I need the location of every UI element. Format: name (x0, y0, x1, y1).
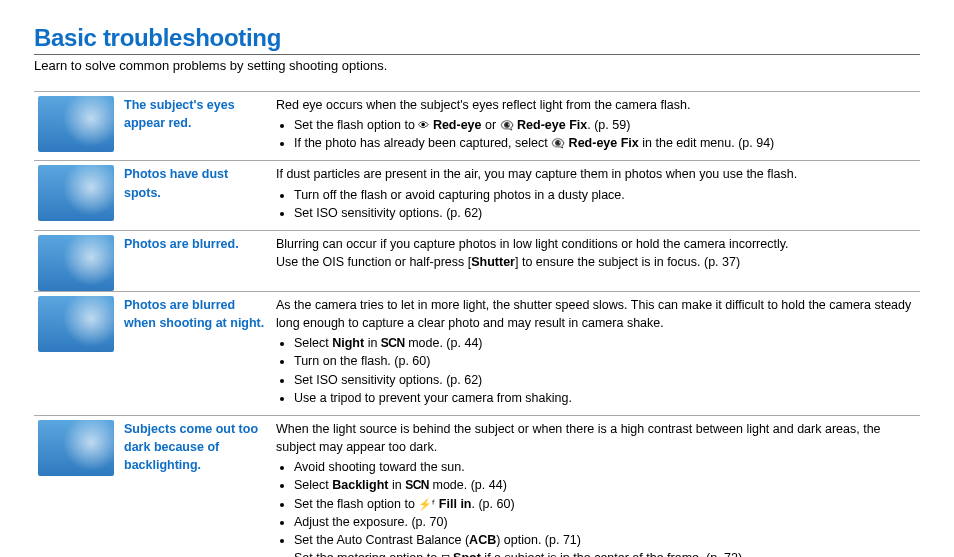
topic-description: If dust particles are present in the air… (274, 161, 920, 230)
topic-label: Photos are blurred. (122, 230, 274, 291)
title-divider (34, 54, 920, 55)
list-item: Select Night in SCN mode. (p. 44) (294, 334, 918, 352)
intro-text: Learn to solve common problems by settin… (34, 58, 920, 73)
list-item: Adjust the exposure. (p. 70) (294, 513, 918, 531)
list-item: Use a tripod to prevent your camera from… (294, 389, 918, 407)
backlight-subject-icon (38, 420, 114, 476)
list-item: Set ISO sensitivity options. (p. 62) (294, 204, 918, 222)
spot-metering-icon: ⊡ (441, 552, 450, 557)
table-row: Photos have dust spots. If dust particle… (34, 161, 920, 230)
flash-icon: ⚡ᶠ (418, 498, 435, 510)
lead-text: As the camera tries to let in more light… (276, 296, 918, 332)
list-item: Set the flash option to ⚡ᶠ Fill in. (p. … (294, 495, 918, 513)
lead-text: Red eye occurs when the subject's eyes r… (276, 96, 918, 114)
topic-label: Subjects come out too dark because of ba… (122, 415, 274, 557)
blurred-person-icon (38, 235, 114, 291)
topic-description: When the light source is behind the subj… (274, 415, 920, 557)
lead-text: If dust particles are present in the air… (276, 165, 918, 183)
table-row: Photos are blurred when shooting at nigh… (34, 291, 920, 415)
troubleshooting-table: The subject's eyes appear red. Red eye o… (34, 91, 920, 557)
redeye-fix-icon: 👁‍🗨 (551, 137, 565, 149)
list-item: Set the flash option to 👁 Red-eye or 👁‍🗨… (294, 116, 918, 134)
lead-text: Blurring can occur if you capture photos… (276, 235, 918, 253)
list-item: Avoid shooting toward the sun. (294, 458, 918, 476)
list-item: Select Backlight in SCN mode. (p. 44) (294, 476, 918, 494)
list-item: Set ISO sensitivity options. (p. 62) (294, 371, 918, 389)
scn-mode-icon: SCN (405, 478, 429, 492)
page-title: Basic troubleshooting (34, 24, 920, 52)
lead-text: Use the OIS function or half-press [Shut… (276, 253, 918, 271)
list-item: Set the Auto Contrast Balance (ACB) opti… (294, 531, 918, 549)
table-row: Subjects come out too dark because of ba… (34, 415, 920, 557)
list-item: Turn on the flash. (p. 60) (294, 352, 918, 370)
topic-label: Photos are blurred when shooting at nigh… (122, 291, 274, 415)
topic-label: The subject's eyes appear red. (122, 92, 274, 161)
table-row: Photos are blurred. Blurring can occur i… (34, 230, 920, 291)
redeye-fix-icon: 👁‍🗨 (500, 119, 514, 131)
eye-icon: 👁 (418, 119, 429, 131)
lead-text: When the light source is behind the subj… (276, 420, 918, 456)
list-item: Set the metering option to ⊡ Spot if a s… (294, 549, 918, 557)
topic-label: Photos have dust spots. (122, 161, 274, 230)
list-item: If the photo has already been captured, … (294, 134, 918, 152)
night-city-icon (38, 296, 114, 352)
scn-mode-icon: SCN (381, 336, 405, 350)
topic-description: Red eye occurs when the subject's eyes r… (274, 92, 920, 161)
topic-description: Blurring can occur if you capture photos… (274, 230, 920, 291)
camera-redeye-icon (38, 96, 114, 152)
dust-photos-icon (38, 165, 114, 221)
table-row: The subject's eyes appear red. Red eye o… (34, 92, 920, 161)
topic-description: As the camera tries to let in more light… (274, 291, 920, 415)
list-item: Turn off the flash or avoid capturing ph… (294, 186, 918, 204)
